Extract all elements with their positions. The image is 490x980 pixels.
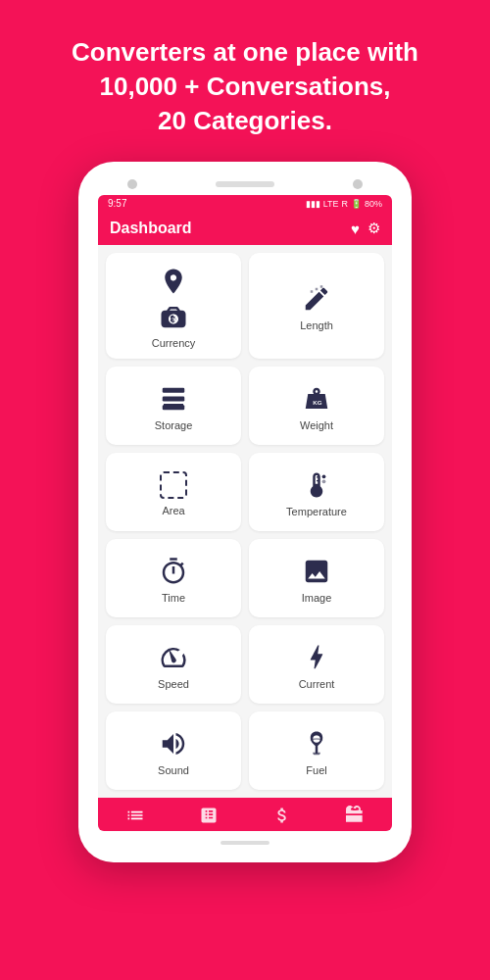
app-title: Dashboard <box>110 220 192 237</box>
sound-label: Sound <box>158 764 189 776</box>
length-icon <box>302 284 331 314</box>
speed-label: Speed <box>158 678 189 690</box>
area-icon <box>160 471 187 499</box>
camera-dot-right <box>353 179 363 189</box>
grid-item-time[interactable]: Time <box>106 539 241 617</box>
speaker-bar <box>216 181 274 187</box>
camera-dot-left <box>127 179 137 189</box>
nav-currency[interactable] <box>272 806 292 825</box>
fuel-icon <box>302 729 331 759</box>
grid-item-weight[interactable]: KG Weight <box>249 367 384 445</box>
grid-item-currency[interactable]: $ Currency <box>106 253 241 359</box>
length-label: Length <box>300 319 333 331</box>
app-header: Dashboard ♥ ⚙ <box>98 212 392 245</box>
bottom-nav <box>98 798 392 831</box>
signal-icon: ▮▮▮ <box>306 199 320 209</box>
header-icons: ♥ ⚙ <box>351 220 380 237</box>
currency-label: Currency <box>152 337 196 349</box>
image-icon <box>302 557 331 586</box>
nav-home[interactable] <box>125 806 145 825</box>
storage-icon <box>159 384 188 414</box>
svg-rect-2 <box>163 397 185 402</box>
status-right: ▮▮▮ LTE R 🔋 80% <box>306 199 382 209</box>
battery-percent: 80% <box>365 199 382 209</box>
status-bar: 9:57 ▮▮▮ LTE R 🔋 80% <box>98 195 392 212</box>
currency-icon: $ <box>159 267 188 296</box>
time-label: Time <box>162 592 185 604</box>
phone-wrapper: 9:57 ▮▮▮ LTE R 🔋 80% Dashboard ♥ ⚙ <box>78 162 412 862</box>
headline: Converters at one place with 10,000 + Co… <box>42 0 448 162</box>
svg-point-5 <box>322 475 326 479</box>
storage-label: Storage <box>155 419 193 431</box>
converter-grid: $ Currency Length <box>98 245 392 798</box>
sound-icon <box>159 729 188 759</box>
phone-screen: 9:57 ▮▮▮ LTE R 🔋 80% Dashboard ♥ ⚙ <box>98 195 392 831</box>
fuel-label: Fuel <box>306 764 326 776</box>
svg-rect-3 <box>163 406 185 411</box>
home-icon <box>125 806 145 825</box>
temperature-icon <box>302 470 331 500</box>
currency-nav-icon <box>272 806 292 825</box>
tools-icon <box>346 806 366 825</box>
settings-icon[interactable]: ⚙ <box>368 220 380 237</box>
favorites-icon[interactable]: ♥ <box>351 220 360 237</box>
current-icon <box>302 643 331 672</box>
weight-label: Weight <box>300 419 333 431</box>
grid-item-length[interactable]: Length <box>249 253 384 359</box>
svg-text:KG: KG <box>313 400 322 407</box>
grid-item-current[interactable]: Current <box>249 625 384 704</box>
grid-item-sound[interactable]: Sound <box>106 711 241 790</box>
nav-calculator[interactable] <box>199 806 219 825</box>
current-label: Current <box>299 678 335 690</box>
currency-bag-icon <box>159 302 188 331</box>
svg-rect-1 <box>163 388 185 393</box>
grid-item-image[interactable]: Image <box>249 539 384 617</box>
time-icon <box>159 557 188 586</box>
image-label: Image <box>302 592 332 604</box>
temperature-label: Temperature <box>286 506 347 517</box>
svg-point-6 <box>322 480 326 484</box>
phone-bottom-bar <box>220 841 270 845</box>
battery-icon: 🔋 <box>351 199 362 209</box>
roaming-indicator: R <box>341 199 348 209</box>
calculator-icon <box>199 806 219 825</box>
status-time: 9:57 <box>108 198 126 209</box>
phone-top-bar <box>88 179 402 189</box>
grid-item-storage[interactable]: Storage <box>106 367 241 445</box>
nav-tools[interactable] <box>346 806 366 825</box>
network-type: LTE <box>323 199 339 209</box>
grid-item-temperature[interactable]: Temperature <box>249 453 384 531</box>
area-label: Area <box>162 505 184 516</box>
speed-icon <box>159 643 188 672</box>
weight-icon: KG <box>302 384 331 414</box>
grid-item-fuel[interactable]: Fuel <box>249 711 384 790</box>
grid-item-speed[interactable]: Speed <box>106 625 241 704</box>
grid-item-area[interactable]: Area <box>106 453 241 531</box>
